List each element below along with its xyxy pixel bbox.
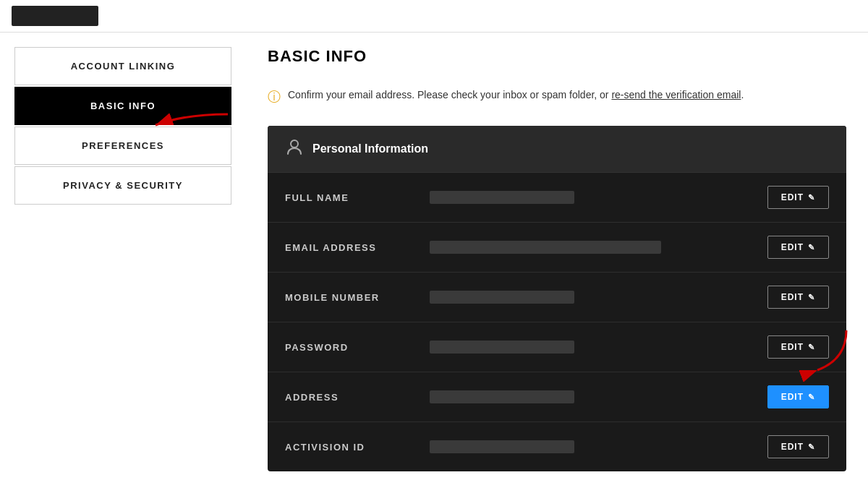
field-value-mobile bbox=[430, 291, 574, 304]
field-value-full-name bbox=[430, 191, 574, 204]
logo bbox=[12, 6, 98, 26]
main-layout: ACCOUNT LINKING BASIC INFO PREFERENCES P… bbox=[0, 33, 868, 471]
edit-area-full-name: EDIT ✎ bbox=[767, 186, 829, 209]
edit-area-activision-id: EDIT ✎ bbox=[767, 435, 829, 458]
field-label-activision-id: ACTIVISION ID bbox=[285, 442, 430, 453]
edit-icon: ✎ bbox=[808, 243, 815, 252]
personal-info-header: Personal Information bbox=[268, 126, 846, 173]
field-label-mobile: MOBILE NUMBER bbox=[285, 292, 430, 303]
svg-point-1 bbox=[291, 140, 298, 147]
edit-icon: ✎ bbox=[808, 393, 815, 402]
edit-button-mobile[interactable]: EDIT ✎ bbox=[767, 286, 829, 309]
edit-icon: ✎ bbox=[808, 343, 815, 352]
field-label-full-name: FULL NAME bbox=[285, 192, 430, 203]
edit-button-full-name[interactable]: EDIT ✎ bbox=[767, 186, 829, 209]
edit-button-address[interactable]: EDIT ✎ bbox=[767, 385, 829, 408]
field-value-address bbox=[430, 390, 574, 403]
page-title: BASIC INFO bbox=[268, 47, 846, 66]
field-label-email: EMAIL ADDRESS bbox=[285, 242, 430, 253]
field-value-password bbox=[430, 341, 574, 354]
content-area: BASIC INFO ⓘ Confirm your email address.… bbox=[246, 47, 868, 471]
top-bar bbox=[0, 0, 868, 33]
personal-info-title: Personal Information bbox=[312, 142, 428, 155]
sidebar-item-account-linking[interactable]: ACCOUNT LINKING bbox=[14, 47, 231, 85]
edit-icon: ✎ bbox=[808, 193, 815, 202]
info-icon: ⓘ bbox=[268, 88, 281, 106]
sidebar: ACCOUNT LINKING BASIC INFO PREFERENCES P… bbox=[0, 47, 246, 471]
edit-icon: ✎ bbox=[808, 442, 815, 452]
sidebar-item-privacy-security[interactable]: PRIVACY & SECURITY bbox=[14, 166, 231, 205]
table-row: FULL NAME EDIT ✎ bbox=[268, 173, 846, 223]
personal-info-card: Personal Information FULL NAME EDIT ✎ EM… bbox=[268, 126, 846, 471]
field-value-activision-id bbox=[430, 440, 574, 453]
edit-button-activision-id[interactable]: EDIT ✎ bbox=[767, 435, 829, 458]
resend-link[interactable]: re-send the verification email bbox=[611, 89, 741, 100]
edit-area-password: EDIT ✎ bbox=[767, 335, 829, 359]
edit-button-password[interactable]: EDIT ✎ bbox=[767, 335, 829, 359]
table-row: ACTIVISION ID EDIT ✎ bbox=[268, 422, 846, 471]
table-row: MOBILE NUMBER EDIT ✎ bbox=[268, 273, 846, 322]
field-label-password: PASSWORD bbox=[285, 342, 430, 353]
person-icon bbox=[285, 137, 304, 160]
edit-area-address: EDIT ✎ bbox=[767, 385, 829, 408]
table-row: PASSWORD EDIT ✎ bbox=[268, 322, 846, 372]
edit-area-email: EDIT ✎ bbox=[767, 236, 829, 259]
table-row: EMAIL ADDRESS EDIT ✎ bbox=[268, 223, 846, 273]
field-label-address: ADDRESS bbox=[285, 392, 430, 403]
edit-button-email[interactable]: EDIT ✎ bbox=[767, 236, 829, 259]
alert-box: ⓘ Confirm your email address. Please che… bbox=[268, 79, 846, 114]
sidebar-item-preferences[interactable]: PREFERENCES bbox=[14, 127, 231, 165]
edit-icon: ✎ bbox=[808, 293, 815, 302]
field-value-email bbox=[430, 241, 661, 254]
edit-area-mobile: EDIT ✎ bbox=[767, 286, 829, 309]
sidebar-item-basic-info[interactable]: BASIC INFO bbox=[14, 87, 231, 125]
table-row: ADDRESS EDIT ✎ bbox=[268, 372, 846, 422]
alert-message: Confirm your email address. Please check… bbox=[288, 87, 744, 103]
